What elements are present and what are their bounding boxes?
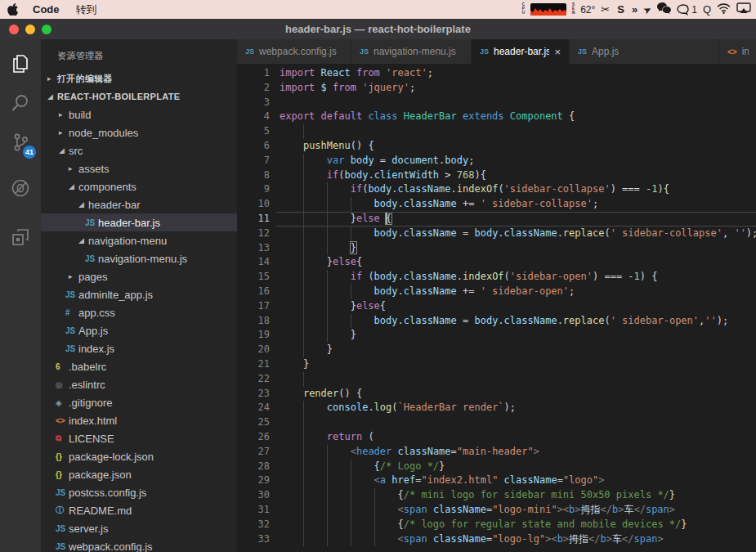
code-line-27[interactable]: 27 <header className="main-header"> — [237, 445, 756, 460]
code-line-31[interactable]: 31 <span className="logo-mini"><b>拇指</b>… — [237, 503, 756, 518]
macos-menu-bar: Code 文件编辑选择查看转到调试任务窗口帮助 CPU SEN 62° ✂S» … — [0, 0, 756, 19]
tree-item-LICENSE[interactable]: ⧉LICENSE — [41, 429, 237, 447]
tree-item-assets[interactable]: ▸assets — [41, 159, 237, 177]
chevron-down-icon[interactable]: ◢ — [78, 236, 88, 245]
s-app-icon[interactable]: S — [617, 3, 624, 16]
code-line-28[interactable]: 28 {/* Logo */} — [237, 460, 756, 474]
code-line-15[interactable]: 15 if (body.className.indexOf('sidebar-o… — [237, 270, 756, 285]
tree-item-package-lock.json[interactable]: {}package-lock.json — [41, 447, 237, 465]
tab-in[interactable]: <>in — [719, 39, 756, 64]
wifi-icon[interactable] — [717, 3, 731, 16]
temperature-status[interactable]: 62° — [580, 4, 595, 16]
fast-forward-icon[interactable]: » — [632, 3, 637, 16]
code-line-26[interactable]: 26 return ( — [237, 430, 756, 445]
tab-App.js[interactable]: JSApp.js — [570, 39, 719, 64]
project-section[interactable]: ◢ REACT-HOT-BOILERPLATE — [41, 88, 237, 105]
code-line-18[interactable]: 18 body.className = body.className.repla… — [237, 314, 756, 329]
cpu-meter-widget[interactable] — [530, 3, 566, 16]
code-line-3[interactable]: 3 — [237, 96, 756, 110]
chevron-down-icon[interactable]: ◢ — [69, 182, 78, 191]
tree-item-src[interactable]: ◢src — [41, 141, 237, 159]
input-method-icon[interactable]: Q — [703, 3, 711, 16]
code-line-32[interactable]: 32 {/* logo for regular state and mobile… — [237, 518, 756, 532]
code-line-14[interactable]: 14 }else{ — [237, 255, 756, 270]
scissors-icon[interactable]: ✂ — [601, 3, 610, 16]
tree-item-README.md[interactable]: ⓘREADME.md — [41, 501, 237, 519]
minimize-window-button[interactable] — [25, 25, 35, 34]
code-line-8[interactable]: 8 if(body.clientWidth > 768){ — [237, 168, 756, 183]
source-control-icon[interactable]: 41 — [0, 123, 41, 162]
wechat-icon[interactable] — [657, 2, 671, 16]
tree-item-.babelrc[interactable]: 6.babelrc — [41, 357, 237, 375]
debug-icon[interactable] — [0, 168, 41, 208]
menu-item[interactable]: 转到 — [68, 2, 105, 17]
code-line-7[interactable]: 7 var body = document.body; — [237, 154, 756, 168]
tree-item-.gitignore[interactable]: ◈.gitignore — [41, 393, 237, 411]
close-window-button[interactable] — [9, 25, 19, 34]
tree-item-adminlteapp.js[interactable]: JSadminlte_app.js — [41, 285, 237, 303]
code-line-24[interactable]: 24 console.log(`HeaderBar render`); — [237, 401, 756, 415]
tree-item-header-bar.js[interactable]: JSheader-bar.js — [41, 213, 237, 231]
code-line-13[interactable]: 13 } — [237, 241, 756, 256]
airplay-icon[interactable] — [736, 2, 751, 16]
tree-item-package.json[interactable]: {}package.json — [41, 465, 237, 483]
apple-menu-icon[interactable] — [0, 3, 25, 16]
code-line-4[interactable]: 4export default class HeaderBar extends … — [237, 110, 756, 124]
code-line-9[interactable]: 9 if(body.className.indexOf('sidebar-col… — [237, 182, 756, 197]
tab-webpack.config.js[interactable]: JSwebpack.config.js — [237, 39, 351, 64]
code-line-1[interactable]: 1import React from 'react'; — [237, 66, 756, 81]
chevron-right-icon[interactable]: ▸ — [59, 128, 69, 137]
chevron-down-icon[interactable]: ◢ — [78, 200, 88, 209]
chevron-right-icon[interactable]: ▸ — [69, 272, 78, 280]
code-line-23[interactable]: 23 render() { — [237, 387, 756, 402]
tab-navigation-menu.js[interactable]: JSnavigation-menu.js — [351, 39, 472, 64]
code-line-12[interactable]: 12 body.className = body.className.repla… — [237, 227, 756, 241]
tree-item-index.html[interactable]: <>index.html — [41, 411, 237, 429]
close-tab-icon[interactable]: × — [554, 46, 561, 58]
code-line-6[interactable]: 6 pushMenu() { — [237, 139, 756, 154]
tree-item-webpack.config.js[interactable]: JSwebpack.config.js — [41, 537, 237, 552]
code-line-33[interactable]: 33 <span className="logo-lg"><b>拇指</b>车<… — [237, 532, 756, 547]
tree-item-index.js[interactable]: JSindex.js — [41, 339, 237, 357]
tab-header-bar.js[interactable]: JSheader-bar.js× — [472, 39, 570, 64]
chevron-right-icon[interactable]: ▸ — [69, 164, 78, 173]
tree-item-server.js[interactable]: JSserver.js — [41, 519, 237, 537]
tree-item-header-bar[interactable]: ◢header-bar — [41, 195, 237, 213]
code-line-21[interactable]: 21 } — [237, 357, 756, 372]
chevron-right-icon[interactable]: ▸ — [59, 110, 69, 119]
tree-item-app.css[interactable]: #app.css — [41, 303, 237, 321]
code-line-22[interactable]: 22 — [237, 372, 756, 387]
tree-item-components[interactable]: ◢components — [41, 177, 237, 195]
code-line-5[interactable]: 5 — [237, 124, 756, 139]
code-line-29[interactable]: 29 <a href="index2.html" className="logo… — [237, 473, 756, 488]
tree-item-navigation-menu.js[interactable]: JSnavigation-menu.js — [41, 249, 237, 267]
maximize-window-button[interactable] — [42, 25, 51, 34]
code-line-30[interactable]: 30 {/* mini logo for sidebar mini 50x50 … — [237, 488, 756, 503]
search-icon[interactable] — [0, 83, 41, 123]
tree-item-build[interactable]: ▸build — [41, 105, 237, 123]
menu-app[interactable]: Code — [25, 0, 68, 19]
tree-item-postcss.config.js[interactable]: JSpostcss.config.js — [41, 483, 237, 501]
code-line-25[interactable]: 25 — [237, 415, 756, 430]
code-line-2[interactable]: 2import $ from 'jquery'; — [237, 81, 756, 96]
explorer-icon[interactable] — [0, 44, 41, 83]
chat-bubble-icon[interactable]: 1 — [677, 4, 697, 16]
tree-item-pages[interactable]: ▸pages — [41, 267, 237, 285]
tree-item-.eslintrc[interactable]: ◎.eslintrc — [41, 375, 237, 393]
js-file-icon: JS — [56, 524, 69, 533]
code-editor[interactable]: 1import React from 'react';2import $ fro… — [237, 64, 756, 552]
chevron-down-icon[interactable]: ◢ — [59, 146, 69, 155]
code-line-17[interactable]: 17 }else{ — [237, 299, 756, 314]
tree-item-nodemodules[interactable]: ▸node_modules — [41, 123, 237, 141]
code-line-16[interactable]: 16 body.className += ' sidebar-open'; — [237, 285, 756, 299]
json-file-icon: {} — [56, 452, 69, 461]
tree-item-App.js[interactable]: JSApp.js — [41, 321, 237, 339]
code-line-19[interactable]: 19 } — [237, 328, 756, 343]
code-line-11[interactable]: 11 }else { — [237, 212, 756, 227]
extensions-icon[interactable] — [0, 218, 41, 257]
tree-item-navigation-menu[interactable]: ◢navigation-menu — [41, 231, 237, 249]
paper-plane-icon[interactable]: ➤ — [641, 2, 653, 16]
code-line-20[interactable]: 20 } — [237, 343, 756, 357]
code-line-10[interactable]: 10 body.className += ' sidebar-collapse'… — [237, 197, 756, 212]
open-editors-section[interactable]: ▸ 打开的编辑器 — [41, 70, 237, 88]
